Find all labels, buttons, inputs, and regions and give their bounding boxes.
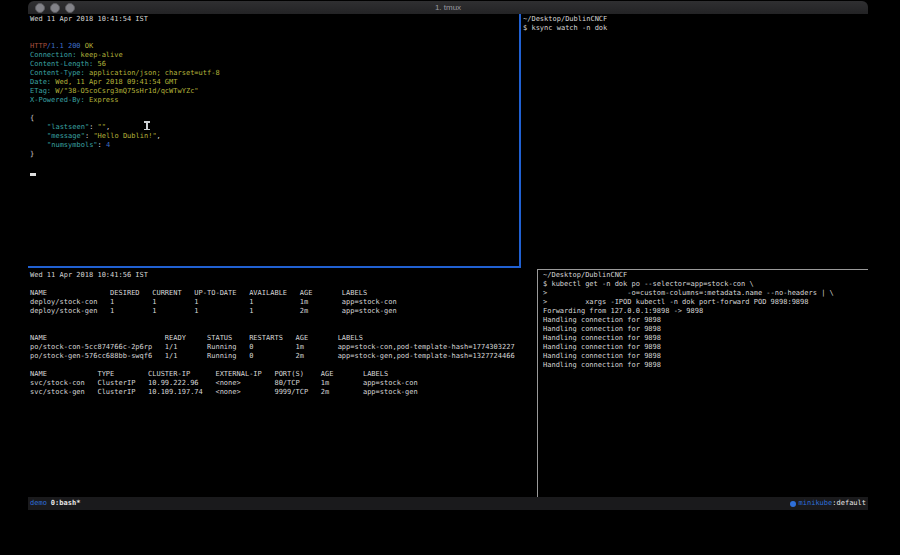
pane-kubectl-get[interactable]: Wed 11 Apr 2018 10:41:56 IST NAME DESIRE… bbox=[30, 271, 515, 397]
http-header: ETag: W/"38-O5coCsrg3mQ75sHr1d/qcWTwYZc" bbox=[30, 87, 220, 96]
window-titlebar[interactable]: 1. tmux bbox=[28, 1, 868, 14]
kubernetes-helm-icon bbox=[790, 501, 796, 507]
kube-namespace: default bbox=[836, 499, 866, 508]
http-header: X-Powered-By: Express bbox=[30, 96, 220, 105]
shell-cursor-line bbox=[30, 168, 220, 177]
window-title: 1. tmux bbox=[28, 3, 868, 12]
timestamp-line: Wed 11 Apr 2018 10:41:54 IST bbox=[30, 15, 220, 24]
http-header: Content-Length: 56 bbox=[30, 60, 220, 69]
tmux-status-bar: demo 0:bash* minikube:default bbox=[28, 497, 868, 510]
mouse-cursor bbox=[146, 121, 148, 130]
pane-border-vertical-active bbox=[519, 14, 521, 267]
http-status-line: HTTP/1.1 200 OK bbox=[30, 42, 220, 51]
pane-port-forward[interactable]: ~/Desktop/DublinCNCF $ kubectl get -n do… bbox=[543, 271, 834, 370]
session-name: demo bbox=[30, 499, 47, 508]
block-cursor bbox=[30, 173, 36, 176]
http-header: Date: Wed, 11 Apr 2018 09:41:54 GMT bbox=[30, 78, 220, 87]
timestamp-line: Wed 11 Apr 2018 10:41:56 IST bbox=[30, 271, 515, 280]
tmux-terminal: Wed 11 Apr 2018 10:41:54 IST HTTP/1.1 20… bbox=[28, 14, 868, 510]
ksync-output: ~/Desktop/DublinCNCF $ ksync watch -n do… bbox=[523, 15, 607, 33]
json-field: "lastseen": "", bbox=[30, 123, 220, 132]
json-field: "numsymbols": 4 bbox=[30, 141, 220, 150]
pods-table: NAME READY STATUS RESTARTS AGE LABELS po… bbox=[30, 334, 515, 361]
terminal-window: 1. tmux Wed 11 Apr 2018 10:41:54 IST HTT… bbox=[28, 1, 868, 510]
pane-border-vertical bbox=[537, 269, 538, 497]
json-open-brace: { bbox=[30, 114, 220, 123]
desktop: 1. tmux Wed 11 Apr 2018 10:41:54 IST HTT… bbox=[0, 0, 900, 555]
port-forward-output: ~/Desktop/DublinCNCF $ kubectl get -n do… bbox=[543, 271, 834, 370]
services-table: NAME TYPE CLUSTER-IP EXTERNAL-IP PORT(S)… bbox=[30, 370, 515, 397]
http-header: Content-Type: application/json; charset=… bbox=[30, 69, 220, 78]
pane-border-horizontal-active bbox=[28, 266, 521, 268]
pane-http-response[interactable]: Wed 11 Apr 2018 10:41:54 IST HTTP/1.1 20… bbox=[30, 15, 220, 177]
json-field: "message": "Hello Dublin!", bbox=[30, 132, 220, 141]
json-close-brace: } bbox=[30, 150, 220, 159]
pane-ksync[interactable]: ~/Desktop/DublinCNCF $ ksync watch -n do… bbox=[523, 15, 607, 33]
deployments-table: NAME DESIRED CURRENT UP-TO-DATE AVAILABL… bbox=[30, 289, 515, 316]
status-right: minikube:default bbox=[790, 499, 866, 508]
http-header: Connection: keep-alive bbox=[30, 51, 220, 60]
kube-context: minikube bbox=[799, 499, 833, 508]
window-item-bash[interactable]: 0:bash* bbox=[51, 499, 81, 508]
pane-border-horizontal bbox=[537, 269, 868, 270]
